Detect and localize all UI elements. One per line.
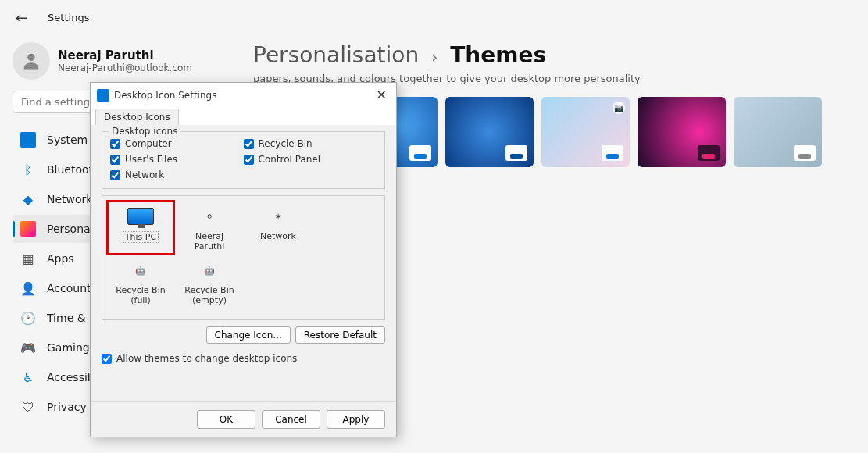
accessibility-icon: ♿ (20, 369, 36, 385)
clock-icon: 🕑 (20, 310, 36, 326)
checkbox-users-files[interactable]: User's Files (110, 154, 244, 165)
desktop-icon-settings-dialog: Desktop Icon Settings ✕ Desktop Icons De… (90, 82, 397, 437)
ok-button[interactable]: OK (197, 410, 255, 429)
breadcrumb-current: Themes (450, 42, 546, 68)
icon-this-pc[interactable]: This PC (109, 202, 173, 253)
dialog-icon (97, 89, 109, 102)
checkbox-computer[interactable]: Computer (110, 138, 244, 149)
group-title: Desktop icons (109, 126, 180, 137)
titlebar: ← Settings (0, 0, 868, 34)
user-block[interactable]: Neeraj Paruthi Neeraj-Paruthi@outlook.co… (13, 42, 222, 80)
tab-desktop-icons[interactable]: Desktop Icons (95, 109, 179, 125)
sidebar-item-label: Network (47, 193, 92, 205)
back-arrow-icon[interactable]: ← (16, 9, 27, 26)
apps-icon: ▦ (20, 251, 36, 266)
checkbox-control-panel[interactable]: Control Panel (244, 154, 377, 165)
bluetooth-icon: ᛒ (20, 162, 36, 177)
user-name: Neeraj Paruthi (58, 48, 192, 62)
sidebar-item-label: System (47, 134, 88, 146)
r2d2-icon: 🤖 (194, 258, 225, 283)
icon-user-folder[interactable]: ⚪ Neeraj Paruthi (177, 202, 241, 253)
person-icon: 👤 (20, 280, 36, 296)
change-icon-button[interactable]: Change Icon... (206, 326, 291, 344)
icon-label: This PC (123, 231, 159, 243)
icon-label: Recycle Bin (full) (110, 285, 171, 305)
breadcrumb: Personalisation › Themes (253, 42, 849, 68)
icon-network[interactable]: ✶ Network (246, 202, 310, 253)
sidebar-item-label: Gaming (47, 341, 90, 354)
restore-default-button[interactable]: Restore Default (295, 326, 385, 344)
system-icon (20, 132, 36, 148)
dialog-footer: OK Cancel Apply (91, 401, 396, 437)
apply-button[interactable]: Apply (327, 410, 385, 429)
dialog-titlebar[interactable]: Desktop Icon Settings ✕ (91, 83, 396, 105)
gamepad-icon: 🎮 (20, 340, 36, 355)
theme-tile[interactable] (734, 97, 822, 167)
dialog-tabs: Desktop Icons (91, 105, 396, 125)
wifi-icon: ◆ (20, 191, 36, 207)
app-title: Settings (48, 12, 89, 23)
svg-point-0 (27, 54, 34, 61)
icon-recycle-empty[interactable]: 🤖 Recycle Bin (empty) (177, 256, 241, 307)
brush-icon (20, 221, 36, 237)
chevron-right-icon: › (431, 48, 438, 66)
checkbox-network[interactable]: Network (110, 169, 244, 180)
camera-icon: 📷 (613, 102, 625, 114)
monitor-icon (125, 204, 156, 229)
network-icon: ✶ (263, 204, 294, 229)
dialog-title: Desktop Icon Settings (114, 90, 216, 101)
desktop-icons-group: Desktop icons Computer User's Files Netw… (102, 131, 385, 189)
stormtrooper-icon: ⚪ (194, 204, 225, 229)
shield-icon: 🛡 (20, 399, 36, 415)
icon-label: Neeraj Paruthi (179, 231, 240, 251)
theme-tile[interactable] (638, 97, 726, 167)
user-email: Neeraj-Paruthi@outlook.com (58, 62, 192, 73)
r2d2-icon: 🤖 (125, 258, 156, 283)
avatar (13, 42, 50, 80)
icon-preview-area: This PC ⚪ Neeraj Paruthi ✶ Network 🤖 Rec… (102, 195, 385, 320)
checkbox-allow-themes[interactable]: Allow themes to change desktop icons (102, 353, 385, 364)
theme-tile[interactable]: 📷 (541, 97, 630, 167)
icon-recycle-full[interactable]: 🤖 Recycle Bin (full) (109, 256, 173, 307)
icon-label: Network (260, 231, 296, 241)
breadcrumb-parent[interactable]: Personalisation (253, 42, 419, 68)
icon-label: Recycle Bin (empty) (179, 285, 240, 305)
sidebar-item-label: Apps (47, 252, 74, 265)
cancel-button[interactable]: Cancel (262, 410, 320, 429)
checkbox-recycle-bin[interactable]: Recycle Bin (244, 138, 377, 149)
close-icon[interactable]: ✕ (373, 87, 390, 102)
theme-tile[interactable] (445, 97, 534, 167)
